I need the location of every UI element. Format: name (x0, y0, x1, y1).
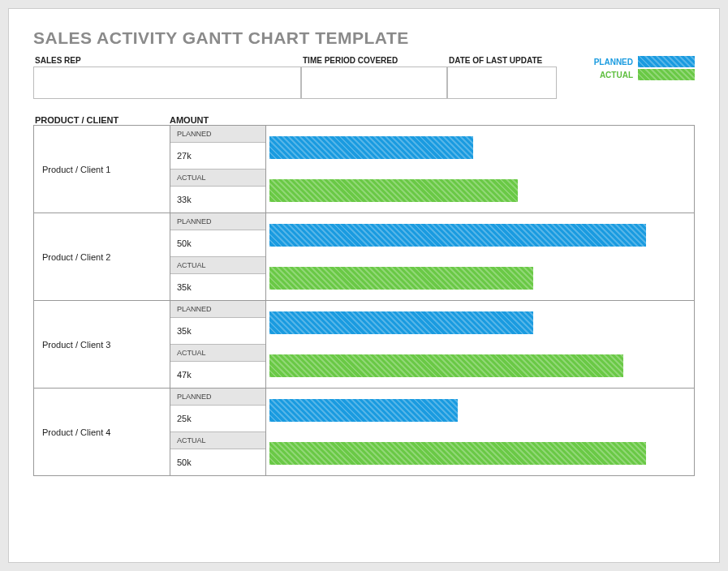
amount-column: PLANNED27kACTUAL33k (170, 126, 266, 213)
product-name: Product / Client 4 (34, 389, 170, 475)
bar-slot-planned (266, 126, 694, 170)
bar-actual (269, 267, 533, 290)
bar-actual (269, 354, 623, 377)
legend: PLANNED ACTUAL (594, 56, 695, 80)
legend-label-actual: ACTUAL (600, 71, 633, 79)
amount-planned: 25k (170, 406, 265, 432)
bar-slot-planned (266, 213, 694, 257)
table-row: Product / Client 2PLANNED50kACTUAL35k (34, 213, 694, 301)
bar-slot-actual (266, 257, 694, 301)
field-label-last-update: DATE OF LAST UPDATE (447, 56, 557, 65)
col-header-product: PRODUCT / CLIENT (33, 115, 170, 125)
header-fields: SALES REP TIME PERIOD COVERED DATE OF LA… (33, 56, 695, 99)
legend-swatch-planned (638, 56, 695, 67)
amount-planned: 27k (170, 143, 265, 170)
bar-planned (269, 136, 473, 159)
amount-column: PLANNED25kACTUAL50k (170, 389, 266, 475)
amount-column: PLANNED35kACTUAL47k (170, 301, 266, 388)
field-sales-rep: SALES REP (33, 56, 301, 99)
amount-actual: 50k (170, 449, 265, 475)
amount-actual: 47k (170, 362, 265, 388)
product-name: Product / Client 1 (34, 126, 170, 213)
document-page: SALES ACTIVITY GANTT CHART TEMPLATE SALE… (8, 8, 720, 563)
page-title: SALES ACTIVITY GANTT CHART TEMPLATE (33, 28, 695, 48)
field-input-last-update[interactable] (447, 67, 557, 99)
legend-planned: PLANNED (594, 56, 695, 67)
bar-actual (269, 179, 518, 202)
sublabel-planned: PLANNED (170, 301, 265, 318)
bar-slot-actual (266, 432, 694, 476)
amount-column: PLANNED50kACTUAL35k (170, 213, 266, 300)
gantt-table: Product / Client 1PLANNED27kACTUAL33kPro… (33, 125, 695, 476)
bar-planned (269, 224, 646, 247)
bar-planned (269, 311, 533, 334)
amount-planned: 35k (170, 318, 265, 345)
table-header: PRODUCT / CLIENT AMOUNT (33, 115, 695, 125)
bar-column (266, 389, 694, 475)
legend-swatch-actual (638, 69, 695, 80)
bar-column (266, 126, 694, 213)
sublabel-actual: ACTUAL (170, 345, 265, 362)
table-row: Product / Client 4PLANNED25kACTUAL50k (34, 389, 694, 476)
amount-actual: 33k (170, 187, 265, 213)
bar-planned (269, 399, 458, 422)
bar-slot-actual (266, 170, 694, 213)
field-time-period: TIME PERIOD COVERED (301, 56, 447, 99)
field-input-time-period[interactable] (301, 67, 447, 99)
sublabel-actual: ACTUAL (170, 432, 265, 449)
bar-slot-planned (266, 389, 694, 432)
sublabel-actual: ACTUAL (170, 257, 265, 274)
product-name: Product / Client 2 (34, 213, 170, 300)
bar-slot-planned (266, 301, 694, 345)
field-label-time-period: TIME PERIOD COVERED (301, 56, 447, 65)
col-header-amount: AMOUNT (170, 115, 265, 125)
legend-label-planned: PLANNED (594, 58, 633, 67)
table-row: Product / Client 1PLANNED27kACTUAL33k (34, 126, 694, 213)
sublabel-planned: PLANNED (170, 213, 265, 230)
legend-actual: ACTUAL (594, 69, 695, 80)
amount-planned: 50k (170, 230, 265, 257)
bar-slot-actual (266, 345, 694, 389)
product-name: Product / Client 3 (34, 301, 170, 388)
field-input-sales-rep[interactable] (33, 67, 301, 99)
bar-column (266, 301, 694, 388)
field-last-update: DATE OF LAST UPDATE (447, 56, 557, 99)
sublabel-planned: PLANNED (170, 389, 265, 406)
sublabel-actual: ACTUAL (170, 170, 265, 187)
table-row: Product / Client 3PLANNED35kACTUAL47k (34, 301, 694, 389)
field-label-sales-rep: SALES REP (33, 56, 301, 65)
bar-actual (269, 442, 646, 465)
sublabel-planned: PLANNED (170, 126, 265, 143)
bar-column (266, 213, 694, 300)
amount-actual: 35k (170, 274, 265, 300)
